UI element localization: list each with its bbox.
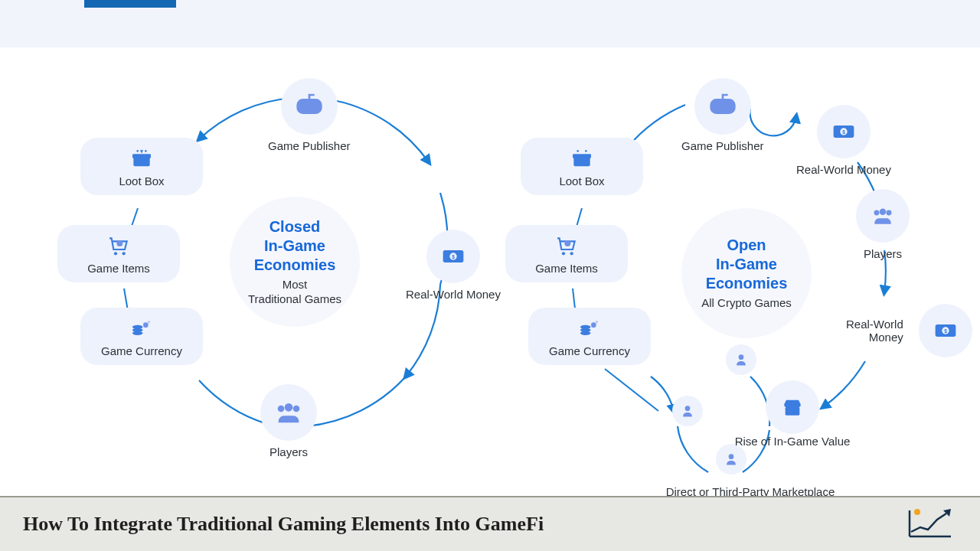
label: Real-World Money bbox=[406, 288, 501, 301]
label: Game Currency bbox=[549, 344, 630, 357]
person-icon bbox=[726, 344, 756, 375]
bottom-title-bar: How To Integrate Traditional Gaming Elem… bbox=[0, 496, 980, 551]
right-game-publisher: Game Publisher bbox=[681, 78, 764, 152]
svg-point-4 bbox=[278, 406, 285, 412]
right-rise-node bbox=[766, 380, 819, 439]
svg-point-10 bbox=[114, 252, 117, 255]
svg-point-9 bbox=[145, 150, 147, 152]
coins-icon bbox=[129, 317, 154, 341]
person-icon-1 bbox=[726, 344, 756, 380]
svg-point-5 bbox=[293, 406, 300, 412]
svg-point-8 bbox=[136, 150, 139, 152]
svg-point-37 bbox=[564, 240, 570, 246]
left-lootbox: Loot Box bbox=[80, 138, 203, 195]
closed-subtitle: Most Traditional Games bbox=[248, 278, 341, 307]
svg-point-43 bbox=[914, 509, 920, 515]
svg-point-33 bbox=[577, 150, 579, 152]
left-game-currency: Game Currency bbox=[80, 308, 203, 365]
label: Game Items bbox=[87, 262, 150, 275]
person-icon bbox=[716, 444, 746, 474]
svg-point-17 bbox=[148, 321, 150, 323]
label: Real-World Money bbox=[796, 163, 891, 176]
svg-point-41 bbox=[591, 322, 596, 328]
right-money-top: $ Real-World Money bbox=[796, 105, 891, 176]
person-icon-3 bbox=[716, 444, 746, 479]
cart-icon bbox=[106, 234, 131, 259]
right-game-currency: Game Currency bbox=[528, 308, 651, 365]
svg-point-23 bbox=[887, 210, 892, 216]
right-game-items: Game Items bbox=[505, 225, 628, 282]
chart-growth-icon bbox=[905, 504, 957, 544]
open-title: Open In-Game Economies bbox=[706, 236, 788, 293]
label: Game Items bbox=[535, 262, 598, 275]
svg-point-28 bbox=[685, 406, 691, 411]
closed-title: Closed In-Game Economies bbox=[254, 217, 336, 275]
left-game-publisher: Game Publisher bbox=[268, 78, 351, 152]
gamepad-icon bbox=[281, 78, 338, 135]
market-icon bbox=[766, 380, 819, 434]
svg-point-21 bbox=[880, 208, 887, 215]
svg-rect-32 bbox=[573, 154, 591, 158]
lootbox-icon bbox=[129, 147, 154, 171]
svg-point-3 bbox=[285, 403, 293, 412]
players-icon bbox=[260, 384, 317, 441]
svg-point-15 bbox=[132, 325, 142, 329]
closed-economy-center: Closed In-Game Economies Most Traditiona… bbox=[230, 197, 360, 327]
svg-point-35 bbox=[562, 252, 565, 255]
lootbox-icon bbox=[570, 147, 594, 171]
label: Real-World Money bbox=[846, 318, 903, 344]
money-icon: $ bbox=[919, 304, 972, 357]
right-rise-label: Rise of In-Game Value bbox=[716, 435, 869, 448]
svg-text:$: $ bbox=[944, 328, 947, 334]
svg-point-27 bbox=[739, 354, 744, 360]
label: Game Publisher bbox=[268, 139, 351, 152]
label: Loot Box bbox=[119, 174, 164, 187]
svg-text:$: $ bbox=[452, 254, 455, 260]
label: Players bbox=[270, 445, 308, 458]
left-real-world-money: $ Real-World Money bbox=[406, 230, 501, 301]
svg-point-12 bbox=[116, 240, 122, 246]
gamepad-icon bbox=[694, 78, 751, 135]
cart-icon bbox=[554, 234, 579, 259]
svg-point-34 bbox=[585, 150, 587, 152]
right-money-mid: Real-World Money $ bbox=[854, 304, 972, 357]
svg-point-16 bbox=[143, 322, 149, 328]
money-icon: $ bbox=[426, 230, 480, 283]
svg-rect-6 bbox=[133, 157, 149, 166]
left-game-items: Game Items bbox=[57, 225, 180, 282]
open-subtitle: All Crypto Games bbox=[701, 296, 792, 311]
svg-point-29 bbox=[729, 454, 734, 459]
svg-point-22 bbox=[874, 210, 880, 216]
person-icon bbox=[672, 396, 703, 426]
diagram-area: Closed In-Game Economies Most Traditiona… bbox=[0, 47, 980, 496]
open-economy-center: Open In-Game Economies All Crypto Games bbox=[681, 208, 812, 338]
left-players: Players bbox=[260, 384, 317, 458]
svg-point-42 bbox=[596, 321, 598, 323]
right-lootbox: Loot Box bbox=[521, 138, 643, 195]
svg-text:$: $ bbox=[842, 129, 845, 135]
svg-point-36 bbox=[570, 252, 573, 255]
players-icon bbox=[856, 189, 910, 243]
page-title: How To Integrate Traditional Gaming Elem… bbox=[23, 513, 544, 536]
svg-rect-31 bbox=[573, 157, 590, 166]
label: Loot Box bbox=[559, 174, 604, 187]
svg-point-11 bbox=[122, 252, 126, 255]
money-icon: $ bbox=[817, 105, 871, 158]
svg-point-40 bbox=[580, 325, 590, 329]
right-players: Players bbox=[856, 189, 910, 260]
svg-rect-7 bbox=[132, 154, 151, 158]
coins-icon bbox=[577, 317, 602, 341]
label: Game Publisher bbox=[681, 139, 764, 152]
top-accent-bar bbox=[84, 0, 176, 8]
label: Players bbox=[864, 247, 902, 260]
svg-rect-30 bbox=[786, 407, 800, 416]
person-icon-2 bbox=[672, 396, 703, 431]
label: Game Currency bbox=[101, 344, 182, 357]
